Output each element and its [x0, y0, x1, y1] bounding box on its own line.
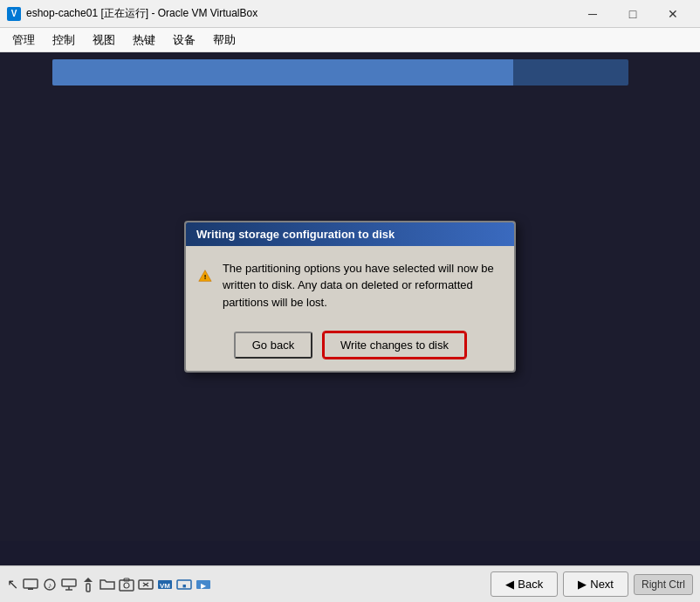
svg-rect-2: [24, 579, 38, 588]
dialog-buttons: Go back Write changes to disk: [186, 325, 514, 371]
cursor-icon: ↖: [7, 576, 18, 592]
audio-icon: ♪: [41, 576, 58, 593]
svg-text:VM: VM: [160, 582, 170, 590]
vm-icon3: ■: [175, 576, 193, 593]
menu-hotkey[interactable]: 热键: [126, 29, 162, 51]
vm-icon1: [137, 576, 154, 593]
status-icons: ♪ VM ■ ▶: [22, 576, 212, 593]
shared-folder-icon: [99, 576, 116, 593]
write-changes-button[interactable]: Write changes to disk: [323, 332, 466, 359]
vm-display: Writing storage configuration to disk ! …: [0, 52, 700, 541]
status-left: ↖ ♪ VM: [7, 576, 212, 593]
menu-control[interactable]: 控制: [45, 29, 82, 51]
svg-rect-9: [86, 584, 90, 592]
next-arrow-icon: ▶: [578, 578, 587, 591]
title-bar-left: V eshop-cache01 [正在运行] - Oracle VM Virtu…: [7, 6, 257, 21]
dialog-title: Writing storage configuration to disk: [186, 222, 514, 246]
dialog-body: ! The partitioning options you have sele…: [186, 246, 514, 325]
menu-view[interactable]: 视图: [86, 29, 122, 51]
menu-bar: 管理 控制 视图 热键 设备 帮助: [0, 28, 700, 52]
svg-point-12: [124, 583, 129, 588]
network-icon: [60, 576, 78, 593]
dialog-overlay: Writing storage configuration to disk ! …: [0, 52, 700, 541]
menu-devices[interactable]: 设备: [166, 29, 202, 51]
svg-text:♪: ♪: [48, 581, 52, 590]
menu-manage[interactable]: 管理: [5, 29, 42, 51]
go-back-button[interactable]: Go back: [234, 332, 312, 359]
vm-icon4: ▶: [195, 576, 212, 593]
dialog-message: The partitioning options you have select…: [223, 260, 502, 311]
svg-rect-3: [28, 588, 33, 590]
svg-text:▶: ▶: [201, 582, 207, 590]
window-title: eshop-cache01 [正在运行] - Oracle VM Virtual…: [26, 6, 257, 21]
next-button[interactable]: ▶ Next: [563, 571, 628, 597]
restore-button[interactable]: □: [613, 0, 653, 28]
right-ctrl-label: Right Ctrl: [634, 574, 693, 595]
vm-icon2: VM: [156, 576, 174, 593]
menu-help[interactable]: 帮助: [206, 29, 243, 51]
back-arrow-icon: ◀: [505, 578, 514, 591]
svg-rect-6: [62, 579, 76, 586]
screenshot-icon: [118, 576, 135, 593]
back-button-label: Back: [518, 578, 543, 591]
status-bar: ↖ ♪ VM: [0, 565, 700, 602]
storage-dialog: Writing storage configuration to disk ! …: [184, 221, 516, 373]
minimize-button[interactable]: ─: [573, 0, 613, 28]
svg-text:■: ■: [182, 583, 186, 589]
next-button-label: Next: [590, 578, 614, 591]
close-button[interactable]: ✕: [653, 0, 693, 28]
svg-text:!: !: [204, 273, 207, 281]
warning-icon: !: [198, 260, 212, 291]
title-bar: V eshop-cache01 [正在运行] - Oracle VM Virtu…: [0, 0, 700, 28]
display-icon: [22, 576, 39, 593]
virtualbox-icon: V: [7, 7, 21, 21]
back-button[interactable]: ◀ Back: [491, 571, 558, 597]
usb-icon: [79, 576, 97, 593]
window-controls: ─ □ ✕: [573, 0, 693, 28]
svg-rect-11: [120, 580, 134, 591]
nav-buttons: ◀ Back ▶ Next Right Ctrl: [491, 571, 693, 597]
svg-marker-10: [84, 578, 93, 582]
